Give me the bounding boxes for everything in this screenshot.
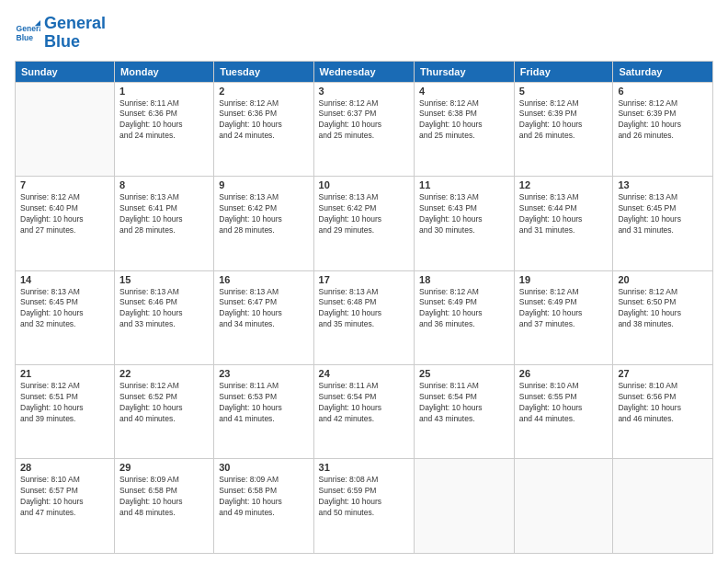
- day-info: Sunrise: 8:10 AM Sunset: 6:56 PM Dayligh…: [618, 381, 708, 425]
- header-day: Wednesday: [313, 61, 414, 82]
- day-info: Sunrise: 8:12 AM Sunset: 6:51 PM Dayligh…: [20, 381, 109, 425]
- day-info: Sunrise: 8:12 AM Sunset: 6:39 PM Dayligh…: [618, 98, 708, 143]
- day-info: Sunrise: 8:12 AM Sunset: 6:49 PM Dayligh…: [419, 287, 509, 331]
- day-info: Sunrise: 8:11 AM Sunset: 6:54 PM Dayligh…: [319, 381, 409, 425]
- calendar-cell: 18Sunrise: 8:12 AM Sunset: 6:49 PM Dayli…: [415, 270, 515, 364]
- header-day: Monday: [115, 61, 214, 82]
- day-number: 11: [419, 179, 509, 190]
- header-day: Friday: [514, 61, 613, 82]
- calendar-cell: 14Sunrise: 8:13 AM Sunset: 6:45 PM Dayli…: [16, 270, 115, 364]
- day-info: Sunrise: 8:12 AM Sunset: 6:37 PM Dayligh…: [319, 98, 409, 143]
- calendar-cell: [415, 459, 515, 554]
- day-info: Sunrise: 8:13 AM Sunset: 6:47 PM Dayligh…: [219, 287, 308, 331]
- day-info: Sunrise: 8:12 AM Sunset: 6:38 PM Dayligh…: [419, 98, 509, 143]
- logo-text: GeneralBlue: [44, 15, 106, 52]
- day-number: 1: [119, 86, 209, 97]
- day-number: 3: [319, 86, 409, 97]
- day-number: 5: [519, 86, 609, 97]
- calendar-cell: 30Sunrise: 8:09 AM Sunset: 6:58 PM Dayli…: [214, 459, 313, 554]
- day-number: 26: [519, 368, 609, 379]
- calendar-cell: [514, 459, 613, 554]
- day-number: 6: [618, 86, 708, 97]
- calendar-cell: 31Sunrise: 8:08 AM Sunset: 6:59 PM Dayli…: [313, 459, 414, 554]
- day-number: 8: [119, 179, 209, 190]
- day-info: Sunrise: 8:11 AM Sunset: 6:36 PM Dayligh…: [119, 98, 209, 143]
- day-info: Sunrise: 8:12 AM Sunset: 6:52 PM Dayligh…: [119, 381, 209, 425]
- day-info: Sunrise: 8:09 AM Sunset: 6:58 PM Dayligh…: [219, 475, 308, 519]
- calendar-cell: [613, 459, 713, 554]
- calendar-cell: 26Sunrise: 8:10 AM Sunset: 6:55 PM Dayli…: [514, 365, 613, 459]
- day-info: Sunrise: 8:12 AM Sunset: 6:40 PM Dayligh…: [20, 192, 109, 236]
- day-number: 23: [219, 368, 308, 379]
- day-number: 27: [618, 368, 708, 379]
- calendar-cell: 16Sunrise: 8:13 AM Sunset: 6:47 PM Dayli…: [214, 270, 313, 364]
- day-info: Sunrise: 8:12 AM Sunset: 6:36 PM Dayligh…: [219, 98, 308, 143]
- header-day: Saturday: [613, 61, 713, 82]
- day-info: Sunrise: 8:10 AM Sunset: 6:57 PM Dayligh…: [20, 475, 109, 519]
- day-info: Sunrise: 8:13 AM Sunset: 6:48 PM Dayligh…: [319, 287, 409, 331]
- calendar-cell: 11Sunrise: 8:13 AM Sunset: 6:43 PM Dayli…: [415, 177, 515, 270]
- header-day: Thursday: [415, 61, 515, 82]
- week-row: 7Sunrise: 8:12 AM Sunset: 6:40 PM Daylig…: [16, 177, 713, 270]
- day-number: 10: [319, 179, 409, 190]
- calendar-cell: 21Sunrise: 8:12 AM Sunset: 6:51 PM Dayli…: [16, 365, 115, 459]
- day-info: Sunrise: 8:11 AM Sunset: 6:54 PM Dayligh…: [419, 381, 509, 425]
- calendar-cell: 25Sunrise: 8:11 AM Sunset: 6:54 PM Dayli…: [415, 365, 515, 459]
- day-number: 17: [319, 274, 409, 285]
- day-number: 13: [618, 179, 708, 190]
- day-number: 4: [419, 86, 509, 97]
- day-info: Sunrise: 8:09 AM Sunset: 6:58 PM Dayligh…: [119, 475, 209, 519]
- day-number: 2: [219, 86, 308, 97]
- week-row: 1Sunrise: 8:11 AM Sunset: 6:36 PM Daylig…: [16, 82, 713, 176]
- calendar-cell: 13Sunrise: 8:13 AM Sunset: 6:45 PM Dayli…: [613, 177, 713, 270]
- calendar-cell: 17Sunrise: 8:13 AM Sunset: 6:48 PM Dayli…: [313, 270, 414, 364]
- day-number: 12: [519, 179, 609, 190]
- calendar-cell: 22Sunrise: 8:12 AM Sunset: 6:52 PM Dayli…: [115, 365, 214, 459]
- calendar-cell: 4Sunrise: 8:12 AM Sunset: 6:38 PM Daylig…: [415, 82, 515, 176]
- calendar-cell: 9Sunrise: 8:13 AM Sunset: 6:42 PM Daylig…: [214, 177, 313, 270]
- week-row: 21Sunrise: 8:12 AM Sunset: 6:51 PM Dayli…: [16, 365, 713, 459]
- day-info: Sunrise: 8:13 AM Sunset: 6:45 PM Dayligh…: [20, 287, 109, 331]
- calendar-cell: 15Sunrise: 8:13 AM Sunset: 6:46 PM Dayli…: [115, 270, 214, 364]
- day-number: 30: [219, 462, 308, 473]
- svg-text:Blue: Blue: [17, 33, 34, 42]
- day-number: 31: [319, 462, 409, 473]
- calendar-cell: 12Sunrise: 8:13 AM Sunset: 6:44 PM Dayli…: [514, 177, 613, 270]
- day-number: 14: [20, 274, 109, 285]
- day-number: 7: [20, 179, 109, 190]
- day-number: 25: [419, 368, 509, 379]
- calendar-cell: 19Sunrise: 8:12 AM Sunset: 6:49 PM Dayli…: [514, 270, 613, 364]
- day-number: 9: [219, 179, 308, 190]
- day-info: Sunrise: 8:11 AM Sunset: 6:53 PM Dayligh…: [219, 381, 308, 425]
- header-day: Tuesday: [214, 61, 313, 82]
- calendar-cell: 5Sunrise: 8:12 AM Sunset: 6:39 PM Daylig…: [514, 82, 613, 176]
- day-info: Sunrise: 8:13 AM Sunset: 6:42 PM Dayligh…: [319, 192, 409, 236]
- day-info: Sunrise: 8:12 AM Sunset: 6:39 PM Dayligh…: [519, 98, 609, 143]
- day-number: 21: [20, 368, 109, 379]
- calendar-cell: 23Sunrise: 8:11 AM Sunset: 6:53 PM Dayli…: [214, 365, 313, 459]
- day-number: 15: [119, 274, 209, 285]
- day-info: Sunrise: 8:13 AM Sunset: 6:43 PM Dayligh…: [419, 192, 509, 236]
- logo: General Blue GeneralBlue: [15, 15, 106, 52]
- header: General Blue GeneralBlue: [15, 15, 713, 52]
- calendar-cell: 6Sunrise: 8:12 AM Sunset: 6:39 PM Daylig…: [613, 82, 713, 176]
- day-info: Sunrise: 8:12 AM Sunset: 6:50 PM Dayligh…: [618, 287, 708, 331]
- day-number: 18: [419, 274, 509, 285]
- calendar-cell: 7Sunrise: 8:12 AM Sunset: 6:40 PM Daylig…: [16, 177, 115, 270]
- header-day: Sunday: [16, 61, 115, 82]
- day-info: Sunrise: 8:13 AM Sunset: 6:42 PM Dayligh…: [219, 192, 308, 236]
- day-number: 22: [119, 368, 209, 379]
- day-number: 16: [219, 274, 308, 285]
- day-info: Sunrise: 8:08 AM Sunset: 6:59 PM Dayligh…: [319, 475, 409, 519]
- day-number: 24: [319, 368, 409, 379]
- calendar-cell: 3Sunrise: 8:12 AM Sunset: 6:37 PM Daylig…: [313, 82, 414, 176]
- logo-icon: General Blue: [15, 20, 40, 46]
- calendar-cell: 10Sunrise: 8:13 AM Sunset: 6:42 PM Dayli…: [313, 177, 414, 270]
- calendar-cell: 8Sunrise: 8:13 AM Sunset: 6:41 PM Daylig…: [115, 177, 214, 270]
- calendar-cell: 27Sunrise: 8:10 AM Sunset: 6:56 PM Dayli…: [613, 365, 713, 459]
- day-info: Sunrise: 8:13 AM Sunset: 6:41 PM Dayligh…: [119, 192, 209, 236]
- day-info: Sunrise: 8:10 AM Sunset: 6:55 PM Dayligh…: [519, 381, 609, 425]
- header-row: SundayMondayTuesdayWednesdayThursdayFrid…: [16, 61, 713, 82]
- calendar-cell: 28Sunrise: 8:10 AM Sunset: 6:57 PM Dayli…: [16, 459, 115, 554]
- day-number: 28: [20, 462, 109, 473]
